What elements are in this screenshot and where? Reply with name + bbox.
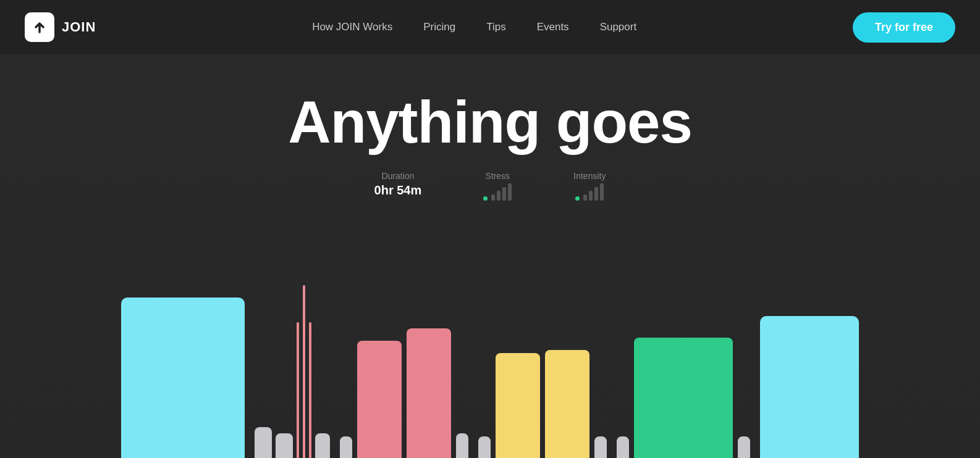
chart-group-teal bbox=[617, 338, 750, 458]
bar-gray-4 bbox=[340, 436, 352, 458]
bar-teal-1 bbox=[634, 338, 733, 458]
logo-icon bbox=[25, 12, 54, 42]
stress-signal bbox=[483, 183, 512, 201]
nav-item-support[interactable]: Support bbox=[600, 21, 637, 33]
intensity-bar-1 bbox=[583, 194, 587, 201]
bar-yellow-2 bbox=[545, 350, 589, 458]
stat-duration: Duration 0hr 54m bbox=[374, 171, 422, 198]
nav-item-pricing[interactable]: Pricing bbox=[423, 21, 455, 33]
duration-label: Duration bbox=[381, 171, 414, 181]
bar-gray-1 bbox=[255, 427, 272, 458]
bar-gray-8 bbox=[617, 436, 629, 458]
stress-label: Stress bbox=[485, 171, 510, 181]
bar-cyan-1 bbox=[121, 298, 245, 458]
nav-item-how-join-works[interactable]: How JOIN Works bbox=[312, 21, 392, 33]
intensity-bar-2 bbox=[589, 191, 593, 201]
stress-dot bbox=[483, 196, 488, 201]
bar-pink-line-2 bbox=[303, 285, 305, 458]
bar-yellow-1 bbox=[496, 353, 540, 458]
chart-group-gray-pink bbox=[255, 285, 330, 458]
logo[interactable]: JOIN bbox=[25, 12, 96, 42]
bar-pink-line-1 bbox=[297, 322, 299, 458]
nav-links: How JOIN Works Pricing Tips Events Suppo… bbox=[312, 21, 636, 33]
nav-item-events[interactable]: Events bbox=[537, 21, 569, 33]
chart-area bbox=[0, 248, 980, 458]
bar-pink-2 bbox=[407, 328, 451, 458]
bar-gray-2 bbox=[276, 433, 293, 458]
bar-pink-line-3 bbox=[309, 322, 311, 458]
try-for-free-button[interactable]: Try for free bbox=[853, 12, 955, 43]
stat-stress: Stress bbox=[483, 171, 512, 201]
intensity-bar-3 bbox=[594, 187, 598, 201]
bar-gray-7 bbox=[594, 436, 607, 458]
duration-value: 0hr 54m bbox=[374, 183, 422, 198]
stress-bar-2 bbox=[497, 191, 501, 201]
bar-gray-3 bbox=[315, 433, 330, 458]
nav-item-tips[interactable]: Tips bbox=[486, 21, 506, 33]
hero-title: Anything goes bbox=[288, 91, 692, 154]
stress-bar-1 bbox=[491, 194, 495, 201]
stats-row: Duration 0hr 54m Stress Intensity bbox=[374, 171, 606, 201]
intensity-signal bbox=[575, 183, 604, 201]
intensity-dot bbox=[575, 196, 580, 201]
bar-gray-9 bbox=[738, 436, 750, 458]
bar-pink-1 bbox=[357, 341, 402, 458]
stress-bar-3 bbox=[502, 187, 506, 201]
intensity-label: Intensity bbox=[573, 171, 606, 181]
stat-intensity: Intensity bbox=[573, 171, 606, 201]
chart-group-cyan bbox=[121, 298, 245, 458]
chart-group-yellow bbox=[478, 350, 607, 458]
stress-bar-4 bbox=[508, 183, 512, 201]
navbar: JOIN How JOIN Works Pricing Tips Events … bbox=[0, 0, 980, 54]
logo-text: JOIN bbox=[62, 19, 96, 35]
intensity-bar-4 bbox=[600, 183, 604, 201]
bar-cyan-2 bbox=[760, 316, 859, 458]
hero-section: Anything goes Duration 0hr 54m Stress In… bbox=[0, 54, 980, 458]
chart-group-cyan-2 bbox=[760, 316, 859, 458]
chart-group-pink bbox=[340, 328, 468, 458]
bar-gray-5 bbox=[456, 433, 468, 458]
bar-gray-6 bbox=[478, 436, 491, 458]
